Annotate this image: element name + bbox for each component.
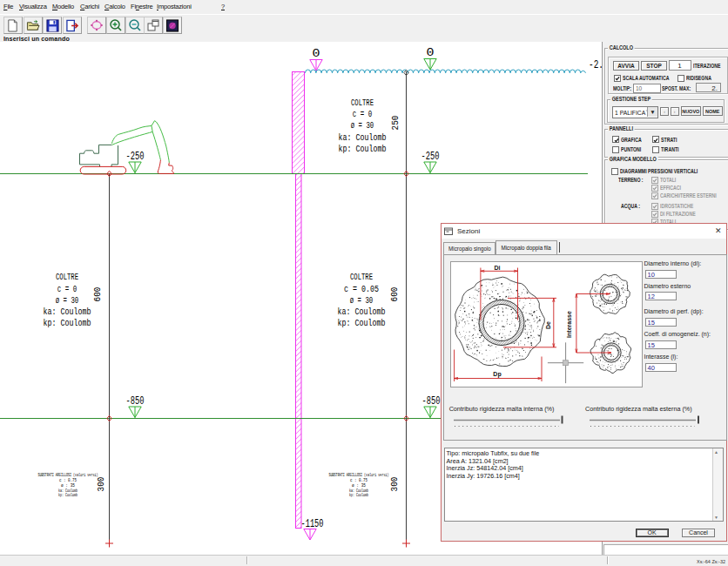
svg-text:ø = 30: ø = 30 bbox=[351, 120, 374, 131]
svg-text:kp: Coulomb: kp: Coulomb bbox=[338, 318, 386, 328]
svg-text:-1150: -1150 bbox=[301, 518, 324, 530]
svg-text:COLTRE: COLTRE bbox=[350, 272, 373, 282]
svg-text:Dp: Dp bbox=[493, 371, 501, 378]
svg-text:ka: Coulomb: ka: Coulomb bbox=[339, 132, 387, 143]
svg-text:300: 300 bbox=[389, 477, 400, 492]
svg-text:COLTRE: COLTRE bbox=[56, 272, 78, 282]
svg-text:0: 0 bbox=[313, 48, 320, 60]
svg-text:c = 0: c = 0 bbox=[57, 284, 78, 294]
svg-text:Di: Di bbox=[494, 265, 500, 271]
svg-text:kp: Coulomb: kp: Coulomb bbox=[339, 144, 387, 154]
svg-text:-850: -850 bbox=[422, 395, 441, 408]
svg-text:ø = 30: ø = 30 bbox=[56, 295, 79, 306]
svg-text:-250: -250 bbox=[421, 151, 440, 163]
svg-text:600: 600 bbox=[389, 287, 400, 302]
svg-text:600: 600 bbox=[92, 287, 103, 302]
svg-text:300: 300 bbox=[96, 477, 106, 492]
svg-text:ka: Coulomb: ka: Coulomb bbox=[44, 307, 91, 317]
svg-text:250: 250 bbox=[390, 116, 401, 131]
svg-text:kp: Coulomb: kp: Coulomb bbox=[349, 492, 368, 498]
svg-text:kp: Coulomb: kp: Coulomb bbox=[44, 318, 91, 328]
svg-text:Interasse: Interasse bbox=[566, 311, 572, 338]
svg-text:c = 0.05: c = 0.05 bbox=[344, 284, 379, 294]
svg-text:ka: Coulomb: ka: Coulomb bbox=[338, 307, 386, 317]
svg-text:-250: -250 bbox=[126, 151, 145, 163]
svg-text:COLTRE: COLTRE bbox=[351, 98, 374, 108]
svg-text:De: De bbox=[545, 321, 551, 329]
svg-text:c = 0: c = 0 bbox=[353, 109, 373, 119]
svg-text:0: 0 bbox=[427, 47, 435, 59]
svg-text:kp: Coulomb: kp: Coulomb bbox=[58, 492, 78, 498]
svg-text:-850: -850 bbox=[126, 395, 145, 408]
svg-text:ø = 30: ø = 30 bbox=[350, 295, 374, 306]
svg-text:-2.: -2. bbox=[589, 59, 602, 71]
